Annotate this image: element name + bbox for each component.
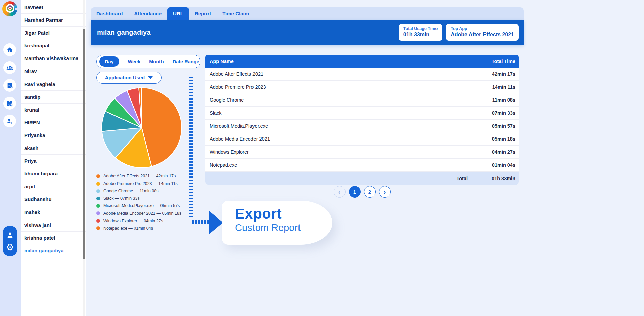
- period-day[interactable]: Day: [99, 56, 119, 67]
- cell-app-name: Adobe After Effects 2021: [205, 68, 472, 80]
- legend-dot-icon: [96, 197, 100, 200]
- employee-list-item[interactable]: Manthan Vishwakarma: [21, 52, 86, 65]
- page-title: milan gangadiya: [97, 29, 151, 36]
- cell-app-name: Adobe Premiere Pro 2023: [205, 81, 472, 93]
- profile-icon[interactable]: [6, 231, 14, 241]
- column-total-time: Total Time: [472, 55, 519, 68]
- employee-list-item[interactable]: Nirav: [21, 65, 86, 78]
- cell-total-time: 14min 11s: [472, 81, 519, 93]
- employee-list-item[interactable]: vishwa jani: [21, 219, 86, 232]
- legend-dot-icon: [96, 204, 100, 208]
- tab-time-claim[interactable]: Time Claim: [217, 7, 255, 20]
- pagination-next-button[interactable]: ›: [379, 186, 391, 198]
- app-root: $ ⚙ navneetHarshad ParmarJigar Patelkris…: [0, 0, 644, 316]
- chevron-right-icon: ›: [384, 188, 386, 195]
- employee-list-item[interactable]: mahek: [21, 206, 86, 219]
- employee-list-item[interactable]: sandip: [21, 91, 86, 104]
- employee-list: navneetHarshad ParmarJigar Patelkrishnap…: [21, 1, 86, 257]
- cell-app-name: Notepad.exe: [205, 159, 472, 171]
- team-icon[interactable]: [3, 61, 16, 74]
- report-check-icon[interactable]: [3, 79, 16, 92]
- tab-attendance[interactable]: Attendance: [128, 7, 167, 20]
- product-dollar-icon[interactable]: $: [3, 97, 16, 110]
- logo-dot: [9, 8, 11, 9]
- pagination: ‹12›: [205, 186, 519, 198]
- table-row: Adobe Media Encoder 202105min 18s: [205, 132, 519, 146]
- employee-list-item[interactable]: Priya: [21, 155, 86, 167]
- tab-report[interactable]: Report: [189, 7, 217, 20]
- stat-label: Total Usage Time: [403, 26, 438, 31]
- employee-list-item[interactable]: Sudhanshu: [21, 193, 86, 206]
- legend-label: Adobe Media Encoder 2021 — 05min 18s: [103, 211, 181, 216]
- cell-app-name: Google Chrome: [205, 93, 472, 106]
- export-report-badge[interactable]: Export Custom Report: [222, 201, 332, 245]
- svg-text:$: $: [11, 104, 12, 107]
- employee-list-item[interactable]: Priyanka: [21, 129, 86, 142]
- legend-label: Slack — 07min 33s: [103, 196, 140, 201]
- employee-list-item[interactable]: bhumi hirpara: [21, 167, 86, 180]
- application-used-dropdown[interactable]: Application Used: [96, 72, 162, 84]
- column-app-name: App Name: [205, 55, 472, 68]
- employee-list-scrollbar[interactable]: [83, 0, 85, 316]
- tab-dashboard[interactable]: Dashboard: [91, 7, 128, 20]
- pagination-prev-button[interactable]: ‹: [334, 186, 346, 198]
- cell-total-time: 05min 57s: [472, 120, 519, 132]
- employee-list-item[interactable]: milan gangadiya: [21, 244, 86, 257]
- legend-label: Windows Explorer — 04min 27s: [103, 219, 163, 223]
- sidebar-rail: $ ⚙: [0, 0, 21, 316]
- period-week[interactable]: Week: [128, 59, 141, 64]
- home-icon[interactable]: [3, 43, 16, 56]
- chart-legend: Adobe After Effects 2021 — 42min 17sAdob…: [96, 172, 181, 232]
- employee-list-item[interactable]: Jigar Patel: [21, 27, 86, 39]
- table-body: Adobe After Effects 202142min 17sAdobe P…: [205, 68, 519, 172]
- export-title: Export: [235, 205, 332, 222]
- legend-item: Windows Explorer — 04min 27s: [96, 217, 181, 225]
- legend-dot-icon: [96, 189, 100, 193]
- stat-cards: Total Usage Time01h 33minTop AppAdobe Af…: [399, 24, 519, 41]
- chevron-left-icon: ‹: [338, 188, 341, 195]
- table-row: Adobe After Effects 202142min 17s: [205, 68, 519, 81]
- scrollbar-thumb[interactable]: [83, 29, 85, 259]
- stat-value: Adobe After Effects 2021: [451, 32, 514, 38]
- legend-item: Adobe After Effects 2021 — 42min 17s: [96, 172, 181, 180]
- table-row: Adobe Premiere Pro 202314min 11s: [205, 81, 519, 94]
- cell-total-time: 42min 17s: [472, 68, 519, 80]
- cell-total-time: 04min 27s: [472, 146, 519, 158]
- legend-item: Google Chrome — 11min 08s: [96, 187, 181, 195]
- gear-icon[interactable]: ⚙: [6, 243, 14, 252]
- period-month[interactable]: Month: [149, 59, 164, 64]
- legend-label: Adobe After Effects 2021 — 42min 17s: [103, 174, 176, 179]
- connector-line-vertical: [189, 77, 193, 217]
- cell-app-name: Adobe Media Encoder 2021: [205, 132, 472, 145]
- tab-url[interactable]: URL: [167, 7, 189, 20]
- employee-panel: navneetHarshad ParmarJigar Patelkrishnap…: [21, 0, 86, 316]
- dropdown-label: Application Used: [105, 75, 145, 80]
- legend-item: Microsoft.Media.Player.exe — 05min 57s: [96, 202, 181, 209]
- employee-list-item[interactable]: akash: [21, 142, 86, 155]
- usage-pie-chart[interactable]: [101, 87, 183, 169]
- employee-list-item[interactable]: HIREN: [21, 116, 86, 129]
- employee-list-item[interactable]: Harshad Parmar: [21, 14, 86, 27]
- pagination-page-2[interactable]: 2: [364, 186, 376, 198]
- app-logo-icon[interactable]: [2, 1, 17, 16]
- total-value: 01h 33min: [472, 172, 519, 185]
- legend-label: Notepad.exe — 01min 04s: [103, 226, 153, 231]
- employee-list-item[interactable]: krishnapal: [21, 39, 86, 52]
- cell-app-name: Windows Explorer: [205, 146, 472, 158]
- employee-list-item[interactable]: arpit: [21, 180, 86, 193]
- add-user-icon[interactable]: [3, 115, 16, 127]
- employee-list-item[interactable]: krishna patel: [21, 232, 86, 244]
- legend-label: Microsoft.Media.Player.exe — 05min 57s: [103, 203, 180, 208]
- pagination-page-1[interactable]: 1: [349, 186, 361, 198]
- cell-total-time: 05min 18s: [472, 132, 519, 145]
- table-row: Notepad.exe01min 04s: [205, 159, 519, 172]
- legend-dot-icon: [96, 219, 100, 223]
- employee-list-item[interactable]: krunal: [21, 104, 86, 116]
- table-row: Windows Explorer04min 27s: [205, 146, 519, 159]
- legend-item: Slack — 07min 33s: [96, 195, 181, 202]
- employee-list-item[interactable]: Ravi Vaghela: [21, 78, 86, 91]
- app-usage-table: App Name Total Time Adobe After Effects …: [205, 55, 519, 185]
- employee-list-item[interactable]: navneet: [21, 1, 86, 14]
- total-label: Total: [205, 172, 472, 185]
- period-date-range[interactable]: Date Range: [173, 59, 199, 64]
